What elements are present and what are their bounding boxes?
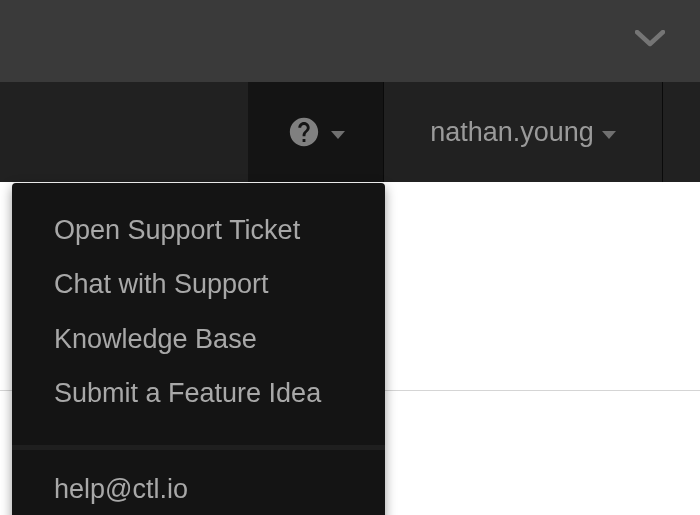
help-dropdown-menu: Open Support Ticket Chat with Support Kn… <box>12 183 385 515</box>
menu-items-section: Open Support Ticket Chat with Support Kn… <box>12 183 385 445</box>
menu-item-open-ticket[interactable]: Open Support Ticket <box>12 203 385 257</box>
help-email-label: help@ctl.io <box>54 474 343 505</box>
user-menu-button[interactable]: nathan.young <box>383 82 663 182</box>
caret-down-icon <box>602 127 616 137</box>
header-right-edge <box>663 82 700 182</box>
user-name-label: nathan.young <box>430 117 594 148</box>
menu-item-feature-idea[interactable]: Submit a Feature Idea <box>12 366 385 420</box>
menu-item-chat-support[interactable]: Chat with Support <box>12 257 385 311</box>
help-icon <box>287 115 321 149</box>
header-bar: nathan.young <box>0 82 700 182</box>
help-menu-button[interactable] <box>248 82 383 182</box>
collapse-chevron-icon[interactable] <box>635 30 665 48</box>
caret-down-icon <box>331 127 345 137</box>
header-spacer <box>0 82 248 182</box>
top-notification-bar <box>0 0 700 82</box>
menu-item-knowledge-base[interactable]: Knowledge Base <box>12 312 385 366</box>
menu-email-section: help@ctl.io <box>12 450 385 515</box>
